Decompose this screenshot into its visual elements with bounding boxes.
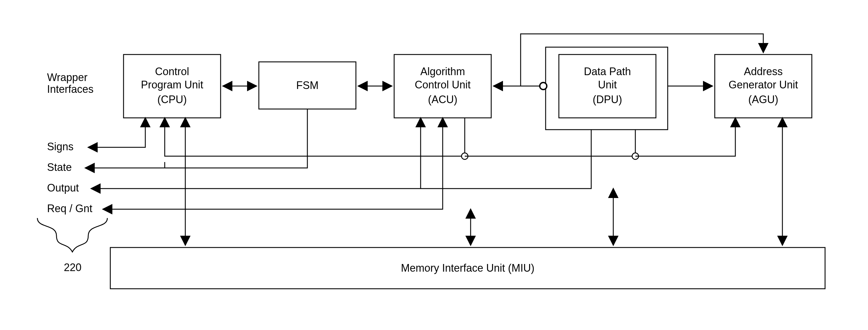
- dpu-bus-conn: [465, 130, 636, 156]
- wrapper-title-1: Wrapper: [47, 71, 87, 83]
- agu-l1: Address: [744, 65, 783, 78]
- state-label: State: [47, 161, 72, 173]
- fsm-l1: FSM: [296, 79, 318, 91]
- dpu-l1: Data Path: [584, 65, 631, 78]
- agu-l2: Generator Unit: [728, 79, 798, 91]
- dpu-l2: Unit: [598, 79, 617, 91]
- brace-icon: [37, 218, 107, 252]
- acu-l1: Algorithm: [420, 65, 465, 78]
- output-conn: [91, 130, 591, 189]
- reqgnt-label: Req / Gnt: [47, 202, 92, 215]
- signs-conn: [88, 118, 145, 147]
- wrapper-title-2: Interfaces: [47, 83, 94, 95]
- cpu-l2: Program Unit: [141, 79, 203, 91]
- signs-label: Signs: [47, 141, 73, 153]
- dpu-l3: (DPU): [593, 93, 622, 106]
- reqgnt-conn: [103, 118, 443, 209]
- acu-cpu-bus: [165, 118, 465, 156]
- architecture-diagram: Wrapper Interfaces Signs State Output Re…: [0, 0, 868, 330]
- cpu-l3: (CPU): [157, 93, 187, 106]
- acu-l2: Control Unit: [415, 79, 471, 91]
- miu-l1: Memory Interface Unit (MIU): [401, 262, 534, 274]
- acu-l3: (ACU): [428, 93, 457, 106]
- ref-220: 220: [64, 262, 82, 273]
- output-label: Output: [47, 182, 79, 194]
- agu-l3: (AGU): [748, 93, 778, 106]
- cpu-l1: Control: [155, 65, 189, 78]
